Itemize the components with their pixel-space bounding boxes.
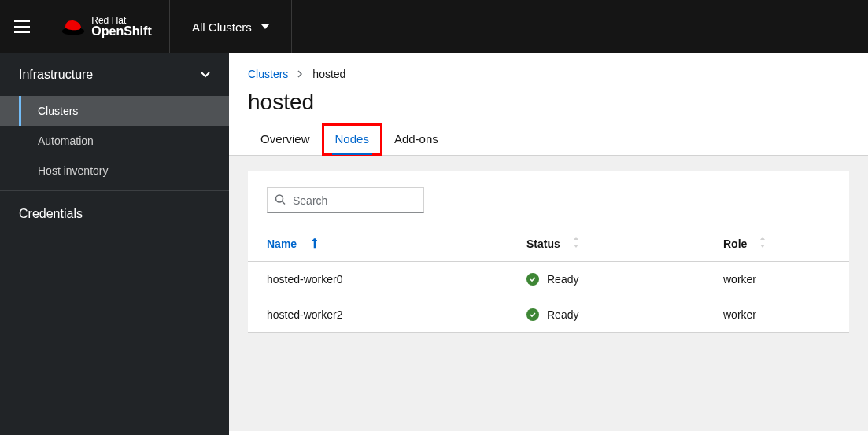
cell-status: Ready bbox=[508, 297, 704, 333]
table-row: hosted-worker2 Ready worker bbox=[248, 297, 849, 333]
search-icon bbox=[275, 194, 286, 207]
check-circle-icon bbox=[526, 273, 539, 286]
page-title: hosted bbox=[229, 85, 868, 124]
cell-name: hosted-worker0 bbox=[248, 262, 508, 297]
brand-bottom-text: OpenShift bbox=[91, 25, 151, 38]
cell-role: worker bbox=[704, 297, 849, 333]
tab-overview[interactable]: Overview bbox=[248, 124, 323, 155]
tab-add-ons[interactable]: Add-ons bbox=[382, 124, 451, 155]
hamburger-icon bbox=[14, 20, 30, 33]
sidebar-section-infrastructure[interactable]: Infrastructure bbox=[0, 53, 229, 96]
sort-icon bbox=[573, 237, 579, 250]
nodes-card: Name 🠕 Status bbox=[248, 171, 849, 333]
brand-logo[interactable]: Red Hat OpenShift bbox=[44, 0, 170, 53]
cell-status: Ready bbox=[508, 262, 704, 297]
sidebar-section-label: Infrastructure bbox=[19, 68, 93, 82]
context-switcher-label: All Clusters bbox=[192, 20, 252, 34]
svg-line-2 bbox=[283, 201, 286, 205]
cell-name: hosted-worker2 bbox=[248, 297, 508, 333]
breadcrumb-current: hosted bbox=[312, 68, 345, 80]
nodes-table: Name 🠕 Status bbox=[248, 226, 849, 333]
table-row: hosted-worker0 Ready worker bbox=[248, 262, 849, 297]
sidebar: Infrastructure Clusters Automation Host … bbox=[0, 53, 229, 435]
column-header-role[interactable]: Role bbox=[704, 226, 849, 262]
tab-panel: Name 🠕 Status bbox=[229, 156, 868, 431]
sidebar-item-host-inventory[interactable]: Host inventory bbox=[0, 156, 229, 186]
sort-asc-icon: 🠕 bbox=[309, 238, 320, 250]
tab-nodes[interactable]: Nodes bbox=[323, 124, 382, 155]
chevron-right-icon bbox=[297, 68, 303, 80]
sidebar-item-credentials[interactable]: Credentials bbox=[0, 191, 229, 237]
tab-list: Overview Nodes Add-ons bbox=[229, 124, 868, 156]
caret-down-icon bbox=[261, 24, 269, 29]
sidebar-item-clusters[interactable]: Clusters bbox=[0, 96, 229, 126]
column-header-status[interactable]: Status bbox=[508, 226, 704, 262]
breadcrumb: Clusters hosted bbox=[229, 53, 868, 85]
chevron-down-icon bbox=[201, 72, 210, 78]
sidebar-item-automation[interactable]: Automation bbox=[0, 126, 229, 156]
column-header-name[interactable]: Name 🠕 bbox=[248, 226, 508, 262]
menu-toggle-button[interactable] bbox=[0, 0, 44, 53]
svg-point-1 bbox=[276, 195, 283, 202]
top-bar: Red Hat OpenShift All Clusters bbox=[0, 0, 868, 53]
main-content: Clusters hosted hosted Overview Nodes Ad… bbox=[229, 53, 868, 435]
redhat-icon bbox=[61, 18, 85, 35]
context-switcher[interactable]: All Clusters bbox=[170, 0, 292, 53]
search-input[interactable] bbox=[267, 187, 424, 213]
sort-icon bbox=[759, 237, 766, 250]
breadcrumb-link-clusters[interactable]: Clusters bbox=[248, 68, 288, 80]
toolbar bbox=[248, 187, 849, 226]
cell-role: worker bbox=[704, 262, 849, 297]
check-circle-icon bbox=[526, 308, 539, 321]
